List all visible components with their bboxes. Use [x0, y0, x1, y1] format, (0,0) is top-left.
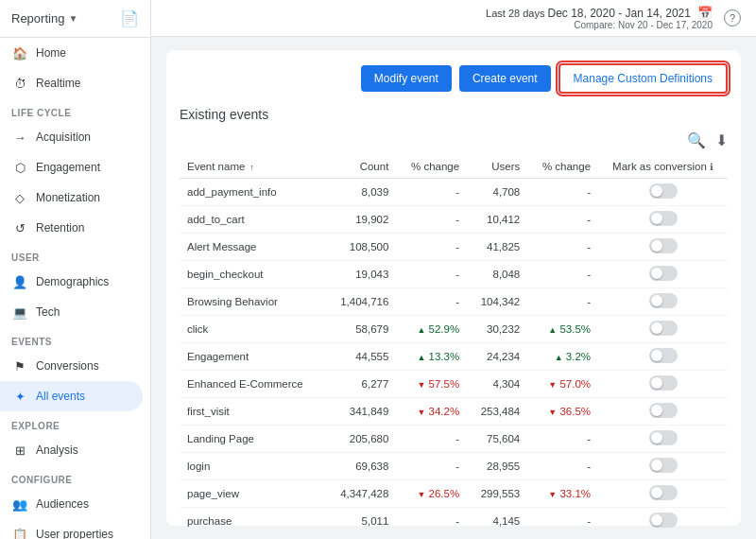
sidebar-section-label: USER [0, 243, 150, 267]
sidebar-item-user-properties[interactable]: 📋User properties [0, 519, 143, 539]
sidebar-item-label: Conversions [36, 359, 99, 373]
event-name-cell: begin_checkout [180, 261, 326, 288]
conversion-toggle[interactable] [649, 266, 678, 281]
count-cell: 1,404,716 [326, 288, 397, 316]
count-cell: 19,043 [326, 261, 397, 288]
col-users-change: % change [527, 155, 598, 179]
count-cell: 108,500 [326, 234, 397, 261]
count-change-cell: - [396, 288, 467, 316]
engagement-icon: ⬡ [11, 159, 28, 176]
sidebar-section-label: CONFIGURE [0, 465, 150, 489]
sidebar-save-icon[interactable]: 📄 [120, 9, 139, 27]
demographics-icon: 👤 [11, 273, 28, 290]
conversion-toggle[interactable] [649, 211, 678, 226]
event-name-cell: add_payment_info [180, 179, 326, 206]
table-row: add_to_cart 19,902 - 10,412 - [180, 206, 728, 234]
toggle-cell [598, 398, 728, 426]
table-row: Browsing Behavior 1,404,716 - 104,342 - [180, 288, 728, 316]
conversion-toggle[interactable] [649, 403, 678, 418]
conversion-toggle[interactable] [649, 375, 678, 391]
conversion-toggle[interactable] [649, 238, 678, 253]
event-name-cell: click [180, 316, 326, 343]
count-change-cell: 52.9% [396, 316, 467, 343]
sidebar-item-all-events[interactable]: ✦All events [0, 381, 143, 411]
topbar: Last 28 days Dec 18, 2020 - Jan 14, 2021… [151, 0, 756, 37]
content-area: Modify event Create event Manage Custom … [151, 37, 756, 539]
users-change-cell: - [527, 234, 598, 261]
create-event-button[interactable]: Create event [459, 65, 551, 92]
help-button[interactable]: ? [724, 9, 741, 26]
calendar-icon[interactable]: 📅 [697, 6, 713, 20]
table-row: first_visit 341,849 34.2% 253,484 36.5% [180, 398, 728, 426]
sidebar-item-tech[interactable]: 💻Tech [0, 297, 143, 327]
sidebar-item-label: All events [36, 390, 85, 403]
toggle-cell [598, 288, 728, 316]
sidebar-item-label: Tech [36, 305, 60, 319]
date-range-display[interactable]: Last 28 days Dec 18, 2020 - Jan 14, 2021… [486, 6, 713, 30]
sidebar-item-conversions[interactable]: ⚑Conversions [0, 351, 143, 381]
sidebar-item-retention[interactable]: ↺Retention [0, 213, 143, 243]
toggle-cell [598, 426, 728, 453]
sidebar-dropdown-icon[interactable]: ▼ [68, 13, 77, 24]
sidebar-item-demographics[interactable]: 👤Demographics [0, 267, 143, 297]
user-properties-icon: 📋 [11, 526, 28, 539]
tech-icon: 💻 [11, 304, 28, 321]
conversion-toggle[interactable] [649, 513, 678, 528]
sidebar-section-label: EVENTS [0, 327, 150, 351]
sidebar-item-monetization[interactable]: ◇Monetization [0, 183, 143, 213]
sidebar-item-engagement[interactable]: ⬡Engagement [0, 152, 143, 183]
sidebar-item-acquisition[interactable]: →Acquisition [0, 122, 143, 152]
sidebar-item-analysis[interactable]: ⊞Analysis [0, 435, 143, 465]
table-toolbar: 🔍 ⬇ [180, 131, 728, 149]
count-change-cell: - [396, 206, 467, 234]
sidebar-item-realtime[interactable]: ⏱Realtime [0, 68, 143, 98]
action-buttons-row: Modify event Create event Manage Custom … [180, 63, 728, 94]
toggle-cell [598, 316, 728, 343]
table-row: begin_checkout 19,043 - 8,048 - [180, 261, 728, 288]
info-icon: ℹ [710, 162, 713, 172]
users-change-cell: - [527, 426, 598, 453]
sidebar-item-label: User properties [36, 528, 113, 539]
date-range-value: Dec 18, 2020 - Jan 14, 2021 [547, 7, 690, 20]
count-change-cell: - [396, 179, 467, 206]
conversion-toggle[interactable] [649, 458, 678, 473]
users-cell: 24,234 [467, 343, 527, 371]
sidebar-item-audiences[interactable]: 👥Audiences [0, 489, 143, 519]
sidebar-item-label: Demographics [36, 275, 109, 288]
conversion-toggle[interactable] [649, 485, 678, 500]
acquisition-icon: → [11, 129, 28, 146]
content-inner: Modify event Create event Manage Custom … [166, 50, 741, 526]
analysis-icon: ⊞ [11, 442, 28, 459]
col-count: Count [326, 155, 397, 179]
count-change-cell: 34.2% [396, 398, 467, 426]
count-change-cell: - [396, 261, 467, 288]
conversion-toggle[interactable] [649, 348, 678, 363]
toggle-cell [598, 261, 728, 288]
manage-custom-definitions-button[interactable]: Manage Custom Definitions [558, 63, 728, 94]
users-change-cell: - [527, 206, 598, 234]
table-row: Alert Message 108,500 - 41,825 - [180, 234, 728, 261]
sidebar-title: Reporting [11, 11, 64, 26]
count-cell: 8,039 [326, 179, 397, 206]
users-change-cell: - [527, 288, 598, 316]
users-change-cell: - [527, 453, 598, 480]
download-icon[interactable]: ⬇ [715, 131, 728, 149]
event-name-cell: Engagement [180, 343, 326, 371]
users-cell: 75,604 [467, 426, 527, 453]
table-row: click 58,679 52.9% 30,232 53.5% [180, 316, 728, 343]
change-up: 13.3% [417, 351, 459, 362]
conversion-toggle[interactable] [649, 183, 678, 199]
sidebar-item-label: Retention [36, 221, 84, 235]
sidebar-item-home[interactable]: 🏠Home [0, 38, 143, 68]
conversion-toggle[interactable] [649, 430, 678, 445]
event-name-cell: login [180, 453, 326, 480]
table-row: login 69,638 - 28,955 - [180, 453, 728, 480]
search-icon[interactable]: 🔍 [687, 131, 706, 149]
users-cell: 4,708 [467, 179, 527, 206]
conversion-toggle[interactable] [649, 321, 678, 336]
event-name-cell: add_to_cart [180, 206, 326, 234]
event-name-cell: purchase [180, 508, 326, 534]
conversion-toggle[interactable] [649, 293, 678, 308]
modify-event-button[interactable]: Modify event [361, 65, 452, 92]
home-icon: 🏠 [11, 44, 28, 61]
